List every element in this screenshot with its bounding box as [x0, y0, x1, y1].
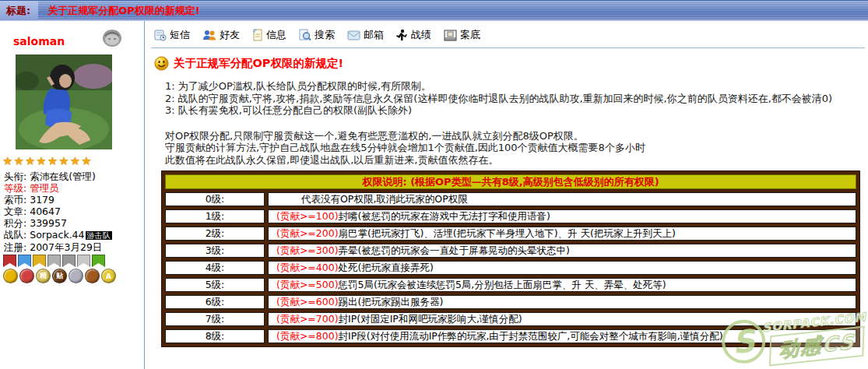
- medal-icon: [3, 269, 18, 283]
- permissions-table: 权限说明: (根据OP类型—共有8级,高级别包含低级别的所有权限) 0级: 代表…: [161, 170, 860, 347]
- user-info-row: 头衔: 索沛在线(管理): [4, 170, 144, 182]
- table-row: 1级: (贡献>=100)封嘴(被惩罚的玩家在游戏中无法打字和使用语音): [165, 209, 856, 223]
- star-icon: ★: [58, 154, 69, 168]
- member-toolbar: 短信 好友 信息 搜索 邮箱: [145, 21, 868, 47]
- post-title: 关于正规军分配OP权限的新规定!: [154, 56, 868, 71]
- post-line: 2: 战队的守服贡献,守将,攻将,捐款,奖励等信息永久保留(这样即使你临时退队去…: [154, 93, 868, 105]
- search-icon: [299, 29, 311, 41]
- post-line: 对OP权限分配,只限制守服贡献这一个,避免有些恶意滥权的,一进战队就立刻分配8级…: [154, 130, 868, 142]
- post-line: 此数值将在此战队永久保留,即使退出战队,以后重新进来,贡献值依然存在。: [154, 154, 868, 167]
- search-button[interactable]: 搜索: [299, 28, 335, 42]
- post-line: 守服贡献的计算方法,守护自己战队地盘在线5分钟就会增加1个贡献值,因此100个贡…: [154, 142, 868, 154]
- medal-icon: [69, 269, 83, 283]
- medal-icon: A: [101, 269, 116, 283]
- table-row: 6级: (贡献>=600)踢出(把玩家踢出服务器): [165, 295, 856, 309]
- user-info-row: 注册: 2007年3月29日: [4, 241, 144, 253]
- star-icon: ★: [70, 154, 81, 168]
- medal-ribbon-icon: [47, 255, 61, 267]
- post-text: 1: 为了减少OP滥权,队长给队员分配权限的时候,有所限制。 2: 战队的守服贡…: [154, 80, 868, 166]
- record-button[interactable]: 案底: [444, 28, 480, 42]
- post-body: 关于正规军分配OP权限的新规定! 1: 为了减少OP滥权,队长给队员分配权限的时…: [145, 48, 868, 347]
- table-row: 0级: 代表没有OP权限,取消此玩家的OP权限: [165, 192, 856, 206]
- medal-ribbon-icon: [77, 255, 90, 267]
- medal-ribbon-icon: [33, 255, 46, 267]
- star-icon: ★: [2, 154, 13, 168]
- sms-button[interactable]: 短信: [154, 28, 190, 42]
- medal-icon: 贴: [52, 269, 67, 283]
- medal-icon: [85, 269, 100, 283]
- battle-stats-button[interactable]: 战绩: [396, 28, 431, 42]
- user-info-row: 索币: 3179: [4, 194, 144, 206]
- mailbox-button[interactable]: 邮箱: [347, 28, 384, 42]
- star-icon: ★: [25, 154, 36, 168]
- table-row: 7级: (贡献>=700)封IP(对固定IP和网吧玩家影响大,谨慎分配): [165, 312, 856, 326]
- star-icon: ★: [81, 154, 92, 168]
- record-icon: [444, 30, 457, 41]
- title-bar-text: 关于正规军分配OP权限的新规定!: [47, 4, 200, 18]
- post-title-bar: 标题: 关于正规军分配OP权限的新规定!: [0, 0, 868, 21]
- friends-button[interactable]: 好友: [202, 28, 240, 42]
- username-link[interactable]: saloman: [13, 35, 65, 47]
- table-row: 5级: (贡献>=500)惩罚5局(玩家会被连续惩罚5局,分别包括上面扇巴掌、升…: [165, 278, 856, 292]
- sms-icon: [154, 29, 167, 41]
- message-icon: [252, 29, 263, 41]
- table-row: 2级: (贡献>=200)扇巴掌(把玩家打飞)、活埋(把玩家下半身埋入地下)、升…: [165, 227, 856, 241]
- post-line: 3: 队长有罢免权,可以任意分配自己的权限(副队长除外): [154, 104, 868, 117]
- post-content-area: 短信 好友 信息 搜索 邮箱: [145, 21, 868, 369]
- user-info-list: 头衔: 索沛在线(管理) 等级: 管理员 索币: 3179 文章: 40647 …: [4, 170, 144, 253]
- member-photo: [16, 54, 112, 149]
- clan-badge: 游击队: [86, 231, 112, 240]
- post-line: 1: 为了减少OP滥权,队长给队员分配权限的时候,有所限制。: [154, 80, 868, 93]
- mini-avatar-icon: [102, 29, 122, 47]
- table-row: 4级: (贡献>=400)处死(把玩家直接弄死): [165, 261, 856, 275]
- star-icon: ★: [13, 154, 24, 168]
- user-info-row: 积分: 339957: [4, 217, 144, 229]
- medal-row-top: [3, 255, 144, 267]
- user-info-row-clan: 战队: Sorpack.44游击队: [4, 229, 144, 241]
- user-sidebar: saloman: [0, 21, 145, 369]
- title-bar-label: 标题:: [0, 1, 38, 20]
- user-info-row: 文章: 40647: [4, 206, 144, 217]
- star-row: ★★★★★★★★: [2, 153, 144, 168]
- star-icon: ★: [47, 154, 58, 168]
- message-button[interactable]: 信息: [252, 28, 286, 42]
- medal-icon: 精: [36, 269, 51, 283]
- medal-ribbon-icon: [62, 255, 76, 267]
- medal-ribbon-icon: [92, 255, 105, 267]
- forum-post-page: 标题: 关于正规军分配OP权限的新规定! saloman: [0, 0, 868, 369]
- table-row: 3级: (贡献>=300)弄晕(被惩罚的玩家会一直处于屏幕晃动的头晕状态中): [165, 244, 856, 258]
- medal-ribbon-icon: [18, 255, 31, 267]
- medal-row-bottom: 精贴A: [3, 269, 144, 283]
- user-info-row: 等级: 管理员: [4, 182, 144, 194]
- smiley-icon: [154, 56, 169, 71]
- mailbox-icon: [347, 30, 360, 40]
- medal-icon: [19, 269, 34, 283]
- battle-stats-icon: [396, 29, 408, 41]
- table-row: 8级: (贡献>=800)封IP段(对付使用流动IP作弊的玩家,由于封禁范围较广…: [165, 329, 856, 343]
- medal-ribbon-icon: [3, 255, 16, 267]
- star-icon: ★: [36, 154, 47, 168]
- post-title-text: 关于正规军分配OP权限的新规定!: [174, 56, 343, 71]
- permissions-table-header: 权限说明: (根据OP类型—共有8级,高级别包含低级别的所有权限): [165, 174, 856, 189]
- friends-icon: [202, 29, 216, 41]
